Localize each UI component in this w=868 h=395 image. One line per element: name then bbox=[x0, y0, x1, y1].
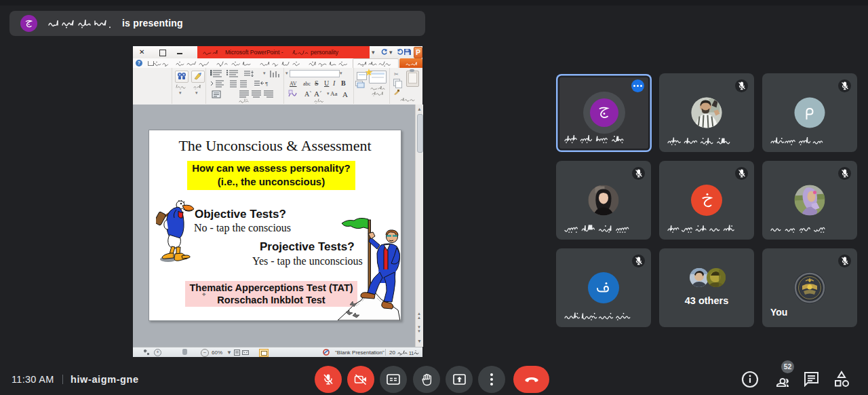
svg-text:¶: ¶ bbox=[265, 81, 268, 87]
svg-text:personality: personality bbox=[311, 49, 339, 56]
svg-text:11: 11 bbox=[409, 351, 414, 356]
svg-text:Microsoft PowerPoint -: Microsoft PowerPoint - bbox=[225, 49, 283, 56]
